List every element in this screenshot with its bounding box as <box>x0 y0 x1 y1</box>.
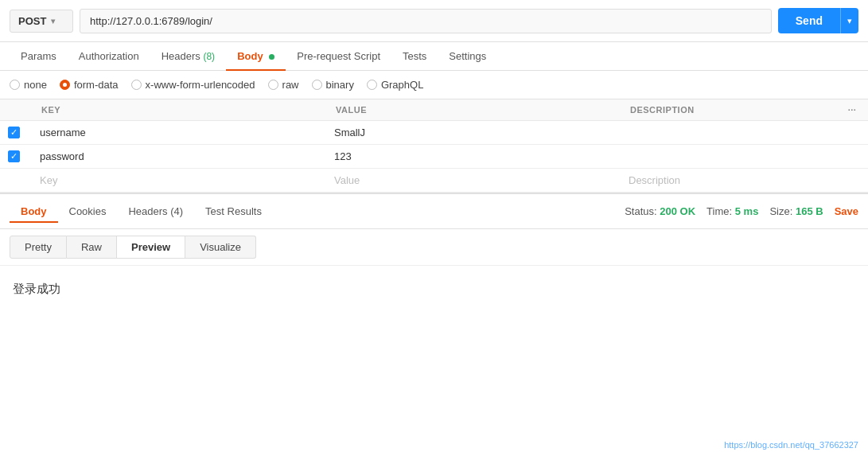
table-row: password 123 <box>0 145 868 169</box>
placeholder-check-cell <box>0 169 32 193</box>
row2-value-text: 123 <box>334 150 352 162</box>
resp-tab-testresults[interactable]: Test Results <box>194 201 273 222</box>
row2-desc-cell <box>621 145 836 169</box>
placeholder-desc-text: Description <box>629 174 680 186</box>
method-text: POST <box>18 15 46 27</box>
view-tab-visualize[interactable]: Visualize <box>185 236 256 259</box>
row1-checkbox[interactable] <box>8 127 20 138</box>
table-row-placeholder: Key Value Description <box>0 169 868 193</box>
radio-raw-icon <box>268 80 278 90</box>
row1-key-text: username <box>40 127 86 138</box>
response-meta: Status: 200 OK Time: 5 ms Size: 165 B Sa… <box>625 205 858 217</box>
headers-badge: (8) <box>203 51 215 62</box>
tab-params[interactable]: Params <box>10 42 68 70</box>
status-label: Status: 200 OK <box>625 205 695 217</box>
body-dot-icon <box>269 54 274 60</box>
view-tab-pretty[interactable]: Pretty <box>10 236 67 259</box>
row1-key-cell: username <box>32 121 326 145</box>
row2-more-cell <box>836 145 868 169</box>
th-check <box>0 99 32 121</box>
row2-checkbox[interactable] <box>8 150 20 162</box>
row1-desc-cell <box>621 121 836 145</box>
resp-tab-headers[interactable]: Headers (4) <box>117 201 194 222</box>
time-label: Time: 5 ms <box>706 205 758 217</box>
tab-settings[interactable]: Settings <box>438 42 497 70</box>
option-none[interactable]: none <box>10 79 47 91</box>
send-btn-group: Send ▾ <box>778 8 858 33</box>
row1-check-cell <box>0 121 32 145</box>
option-form-data[interactable]: form-data <box>60 79 119 91</box>
row2-value-cell: 123 <box>326 145 621 169</box>
placeholder-value-cell[interactable]: Value <box>326 169 621 193</box>
url-input[interactable] <box>80 9 772 33</box>
method-select[interactable]: POST ▾ <box>10 10 73 33</box>
view-tab-preview[interactable]: Preview <box>117 236 185 259</box>
response-content: 登录成功 <box>0 266 868 313</box>
send-button[interactable]: Send <box>778 8 840 33</box>
th-value: VALUE <box>326 99 621 121</box>
resp-tab-body[interactable]: Body <box>10 201 58 222</box>
placeholder-desc-cell[interactable]: Description <box>621 169 836 193</box>
resp-tab-cookies[interactable]: Cookies <box>58 201 118 222</box>
response-header: Body Cookies Headers (4) Test Results St… <box>0 193 868 229</box>
method-chevron-icon: ▾ <box>51 17 55 25</box>
option-urlencoded[interactable]: x-www-form-urlencoded <box>131 79 255 91</box>
th-description: DESCRIPTION <box>621 99 836 121</box>
option-binary[interactable]: binary <box>312 79 354 91</box>
time-value: 5 ms <box>735 205 759 217</box>
row1-value-text: SmallJ <box>334 127 365 138</box>
row1-value-cell: SmallJ <box>326 121 621 145</box>
row2-check-cell <box>0 145 32 169</box>
option-graphql[interactable]: GraphQL <box>367 79 423 91</box>
body-options: none form-data x-www-form-urlencoded raw… <box>0 71 868 99</box>
response-tabs: Body Cookies Headers (4) Test Results <box>10 201 273 222</box>
row1-more-cell <box>836 121 868 145</box>
placeholder-value-text: Value <box>334 174 360 186</box>
th-key: KEY <box>32 99 326 121</box>
table-row: username SmallJ <box>0 121 868 145</box>
url-bar: POST ▾ Send ▾ <box>0 0 868 42</box>
size-value: 165 B <box>796 205 823 217</box>
view-tab-raw[interactable]: Raw <box>67 236 117 259</box>
save-button[interactable]: Save <box>835 205 858 217</box>
radio-graphql-icon <box>367 80 377 90</box>
row2-key-text: password <box>40 150 84 162</box>
tab-prerequest[interactable]: Pre-request Script <box>286 42 391 70</box>
view-tabs: Pretty Raw Preview Visualize <box>0 229 868 266</box>
th-more: ··· <box>836 99 868 121</box>
tab-authorization[interactable]: Authorization <box>68 42 150 70</box>
radio-urlencoded-icon <box>131 80 142 90</box>
radio-none-icon <box>10 80 20 90</box>
status-value: 200 OK <box>660 205 695 217</box>
request-tabs: Params Authorization Headers (8) Body Pr… <box>0 42 868 71</box>
row2-key-cell: password <box>32 145 326 169</box>
radio-binary-icon <box>312 80 322 90</box>
placeholder-more-cell <box>836 169 868 193</box>
radio-form-data-icon <box>60 80 70 90</box>
placeholder-key-cell[interactable]: Key <box>32 169 326 193</box>
placeholder-key-text: Key <box>40 174 57 186</box>
send-dropdown-button[interactable]: ▾ <box>840 8 858 33</box>
tab-body[interactable]: Body <box>226 42 286 70</box>
response-text: 登录成功 <box>13 282 60 295</box>
form-table: KEY VALUE DESCRIPTION ··· username Small… <box>0 99 868 193</box>
tab-tests[interactable]: Tests <box>391 42 438 70</box>
tab-headers[interactable]: Headers (8) <box>150 42 226 70</box>
option-raw[interactable]: raw <box>268 79 299 91</box>
size-label: Size: 165 B <box>769 205 823 217</box>
